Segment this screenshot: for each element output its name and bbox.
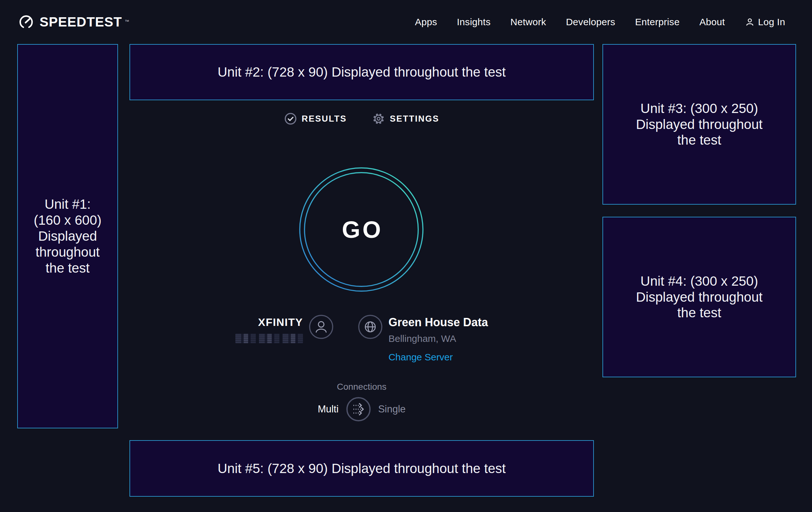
nav-item-network[interactable]: Network [510,17,546,27]
ip-address-redacted [235,333,303,343]
nav-item-insights[interactable]: Insights [457,17,491,27]
connections-toggle-row: Multi Single [129,397,594,422]
go-button-label: GO [298,167,424,292]
ad-unit-3-label: Unit #3: (300 x 250) Displayed throughou… [636,101,762,149]
trademark-mark: ™ [125,19,129,24]
speedtest-logo[interactable]: SPEEDTEST ™ [18,14,129,30]
user-icon [309,315,334,339]
person-icon [745,17,755,27]
isp-name: XFINITY [258,316,303,328]
ad-unit-5-label: Unit #5: (728 x 90) Displayed throughout… [218,461,506,477]
ad-unit-3-rectangle[interactable]: Unit #3: (300 x 250) Displayed throughou… [603,44,796,205]
tab-results-label: RESULTS [302,114,347,124]
tab-settings[interactable]: SETTINGS [372,112,439,125]
check-circle-icon [284,112,297,125]
ad-unit-4-label: Unit #4: (300 x 250) Displayed throughou… [636,273,762,321]
ad-unit-4-rectangle[interactable]: Unit #4: (300 x 250) Displayed throughou… [603,217,796,377]
view-tabs: RESULTS SETTINGS [129,112,594,125]
server-location: Bellingham, WA [388,333,456,344]
nav-item-apps[interactable]: Apps [415,17,437,27]
server-name: Green House Data [388,316,488,329]
go-button[interactable]: GO [298,167,424,292]
test-meta-row: XFINITY Green House Data Bellingham, WA … [129,315,594,362]
connection-mode-single[interactable]: Single [378,403,406,415]
tab-results[interactable]: RESULTS [284,112,347,125]
connection-mode-multi[interactable]: Multi [318,403,338,415]
gear-icon [372,112,385,125]
ad-unit-5-leaderboard[interactable]: Unit #5: (728 x 90) Displayed throughout… [129,440,594,497]
connections-label: Connections [129,382,594,392]
change-server-link[interactable]: Change Server [388,352,453,362]
nav-item-about[interactable]: About [699,17,725,27]
nav-item-enterprise[interactable]: Enterprise [635,17,679,27]
nav-item-developers[interactable]: Developers [566,17,615,27]
multi-connection-toggle-icon[interactable] [346,397,371,422]
login-button[interactable]: Log In [745,17,785,27]
ad-unit-2-label: Unit #2: (728 x 90) Displayed throughout… [218,64,506,80]
main-nav: Apps Insights Network Developers Enterpr… [415,17,785,27]
brand-name: SPEEDTEST [39,15,122,30]
ad-unit-1-label: Unit #1: (160 x 600) Displayed throughou… [34,196,102,276]
ad-unit-2-leaderboard[interactable]: Unit #2: (728 x 90) Displayed throughout… [129,44,594,100]
gauge-logo-icon [18,14,34,30]
server-info: Green House Data Bellingham, WA Change S… [358,315,488,362]
ad-unit-1-skyscraper[interactable]: Unit #1: (160 x 600) Displayed throughou… [17,44,118,428]
globe-icon [358,315,383,339]
login-label: Log In [758,17,785,27]
tab-settings-label: SETTINGS [390,114,439,124]
isp-info: XFINITY [235,315,334,343]
top-nav-bar: SPEEDTEST ™ Apps Insights Network Develo… [0,0,812,44]
speedtest-page: { "header": { "brand": "SPEEDTEST", "bra… [0,0,812,512]
